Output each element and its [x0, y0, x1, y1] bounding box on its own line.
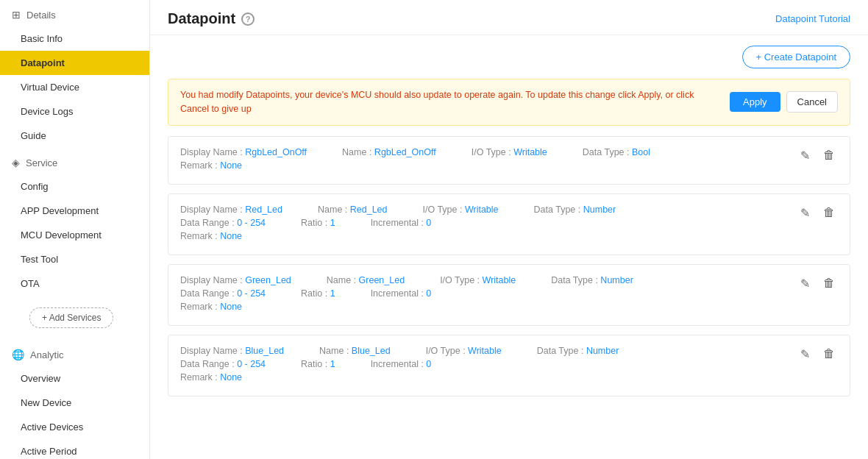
dp-io-type-0: I/O Type : Writable — [472, 147, 547, 157]
dp-ratio-2: Ratio : 1 — [301, 288, 335, 299]
sidebar-item-overview[interactable]: Overview — [0, 366, 149, 391]
dp-display-name-3: Display Name : Blue_Led — [180, 346, 284, 356]
dp-data-range-1: Data Range : 0 - 254 — [180, 218, 266, 228]
sidebar-section-service: ◈ Service — [0, 148, 149, 174]
dp-name-3: Name : Blue_Led — [319, 346, 391, 356]
dp-remark-0: Remark : None — [180, 160, 242, 171]
dp-name-0: Name : RgbLed_OnOff — [342, 147, 436, 157]
sidebar-section-details: ⊞ Details — [0, 0, 149, 26]
datapoint-card-0: Display Name : RgbLed_OnOff Name : RgbLe… — [168, 136, 850, 185]
dp-name-1: Name : Red_Led — [318, 204, 388, 215]
sidebar-item-new-device[interactable]: New Device — [0, 391, 149, 415]
sidebar-section-analytic-label: Analytic — [30, 349, 64, 360]
sidebar-section-details-label: Details — [26, 10, 56, 21]
dp-io-type-2: I/O Type : Writable — [440, 275, 516, 285]
sidebar-item-active-period[interactable]: Active Period — [0, 439, 149, 459]
dp-remark-3: Remark : None — [180, 372, 242, 382]
dp-info-2: Display Name : Green_Led Name : Green_Le… — [180, 275, 786, 315]
dp-display-name-2: Display Name : Green_Led — [180, 275, 291, 285]
tutorial-link[interactable]: Datapoint Tutorial — [775, 13, 850, 24]
datapoint-card-1: Display Name : Red_Led Name : Red_Led I/… — [168, 193, 850, 255]
dp-data-range-2: Data Range : 0 - 254 — [180, 288, 266, 299]
edit-button-2[interactable]: ✎ — [797, 275, 813, 292]
sidebar-item-ota[interactable]: OTA — [0, 271, 149, 296]
sidebar-item-test-tool[interactable]: Test Tool — [0, 247, 149, 271]
dp-data-type-1: Data Type : Number — [534, 204, 616, 215]
sidebar-item-app-dev[interactable]: APP Development — [0, 199, 149, 223]
sidebar-section-service-label: Service — [26, 157, 57, 168]
sidebar-item-device-logs[interactable]: Device Logs — [0, 99, 149, 124]
sidebar-item-mcu-dev[interactable]: MCU Development — [0, 223, 149, 247]
dp-remark-2: Remark : None — [180, 302, 242, 312]
dp-actions-0: ✎ 🗑 — [797, 147, 838, 164]
edit-button-1[interactable]: ✎ — [797, 204, 813, 221]
dp-data-type-0: Data Type : Bool — [583, 147, 650, 157]
service-icon: ◈ — [12, 157, 20, 168]
cancel-button[interactable]: Cancel — [786, 91, 838, 113]
sidebar-item-virtual-device[interactable]: Virtual Device — [0, 75, 149, 99]
delete-button-1[interactable]: 🗑 — [820, 204, 838, 221]
alert-banner: You had modify Datapoints, your device's… — [168, 79, 850, 126]
page-header: Datapoint ? Datapoint Tutorial — [150, 0, 868, 35]
create-datapoint-button[interactable]: + Create Datapoint — [742, 46, 850, 68]
datapoint-card-2: Display Name : Green_Led Name : Green_Le… — [168, 264, 850, 326]
dp-actions-1: ✎ 🗑 — [797, 204, 838, 221]
dp-incremental-3: Incremental : 0 — [371, 359, 432, 369]
delete-button-3[interactable]: 🗑 — [820, 346, 838, 362]
sidebar-item-guide[interactable]: Guide — [0, 124, 149, 148]
main-content: Datapoint ? Datapoint Tutorial + Create … — [150, 0, 868, 459]
dp-actions-2: ✎ 🗑 — [797, 275, 838, 292]
alert-actions: Apply Cancel — [730, 91, 838, 113]
dp-data-type-3: Data Type : Number — [537, 346, 619, 356]
dp-display-name-0: Display Name : RgbLed_OnOff — [180, 147, 307, 157]
help-icon[interactable]: ? — [241, 13, 255, 26]
alert-text: You had modify Datapoints, your device's… — [180, 88, 718, 116]
edit-button-0[interactable]: ✎ — [797, 147, 813, 164]
delete-button-2[interactable]: 🗑 — [820, 275, 838, 291]
analytic-icon: 🌐 — [12, 349, 24, 360]
dp-incremental-1: Incremental : 0 — [371, 218, 432, 228]
sidebar: ⊞ Details Basic Info Datapoint Virtual D… — [0, 0, 150, 459]
sidebar-section-analytic: 🌐 Analytic — [0, 340, 149, 366]
dp-name-2: Name : Green_Led — [327, 275, 405, 285]
add-services-button[interactable]: + Add Services — [29, 307, 113, 328]
sidebar-item-basic-info[interactable]: Basic Info — [0, 26, 149, 51]
apply-button[interactable]: Apply — [730, 92, 780, 112]
dp-info-1: Display Name : Red_Led Name : Red_Led I/… — [180, 204, 786, 244]
dp-data-range-3: Data Range : 0 - 254 — [180, 359, 266, 369]
dp-io-type-3: I/O Type : Writable — [426, 346, 502, 356]
dp-data-type-2: Data Type : Number — [551, 275, 633, 285]
edit-button-3[interactable]: ✎ — [797, 346, 813, 363]
dp-actions-3: ✎ 🗑 — [797, 346, 838, 363]
sidebar-item-config[interactable]: Config — [0, 174, 149, 199]
datapoint-card-3: Display Name : Blue_Led Name : Blue_Led … — [168, 335, 850, 396]
page-title: Datapoint ? — [168, 10, 255, 27]
dp-ratio-3: Ratio : 1 — [301, 359, 335, 369]
sidebar-item-datapoint[interactable]: Datapoint — [0, 51, 149, 75]
dp-remark-1: Remark : None — [180, 231, 242, 241]
dp-display-name-1: Display Name : Red_Led — [180, 204, 282, 215]
sidebar-item-active-devices[interactable]: Active Devices — [0, 415, 149, 439]
dp-info-0: Display Name : RgbLed_OnOff Name : RgbLe… — [180, 147, 786, 174]
dp-ratio-1: Ratio : 1 — [301, 218, 335, 228]
dp-info-3: Display Name : Blue_Led Name : Blue_Led … — [180, 346, 786, 385]
dp-io-type-1: I/O Type : Writable — [423, 204, 499, 215]
dp-incremental-2: Incremental : 0 — [371, 288, 432, 299]
details-icon: ⊞ — [12, 9, 21, 21]
delete-button-0[interactable]: 🗑 — [820, 147, 838, 163]
